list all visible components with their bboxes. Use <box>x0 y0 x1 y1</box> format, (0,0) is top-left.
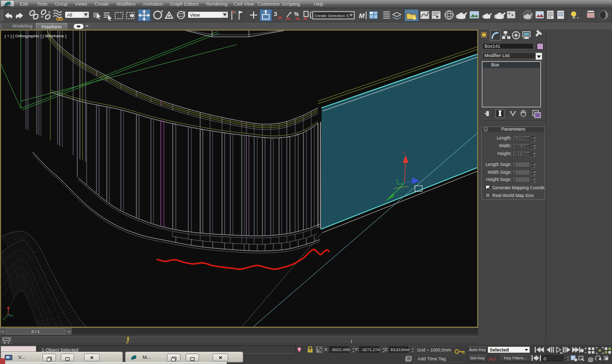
svg-text:Create Selection S: Create Selection S <box>314 13 349 18</box>
svg-text:All: All <box>67 12 72 18</box>
svg-text:M: M <box>359 12 365 20</box>
svg-text:x: x <box>403 150 405 154</box>
svg-text:+: + <box>577 16 579 20</box>
svg-text:View: View <box>190 12 200 18</box>
svg-text:MAX: MAX <box>4 5 10 8</box>
svg-text:%: % <box>294 11 299 17</box>
svg-text:[ + ] [ Orthographic ] [ Wiref: [ + ] [ Orthographic ] [ Wireframe ] <box>5 34 66 38</box>
svg-text:3: 3 <box>274 11 277 17</box>
